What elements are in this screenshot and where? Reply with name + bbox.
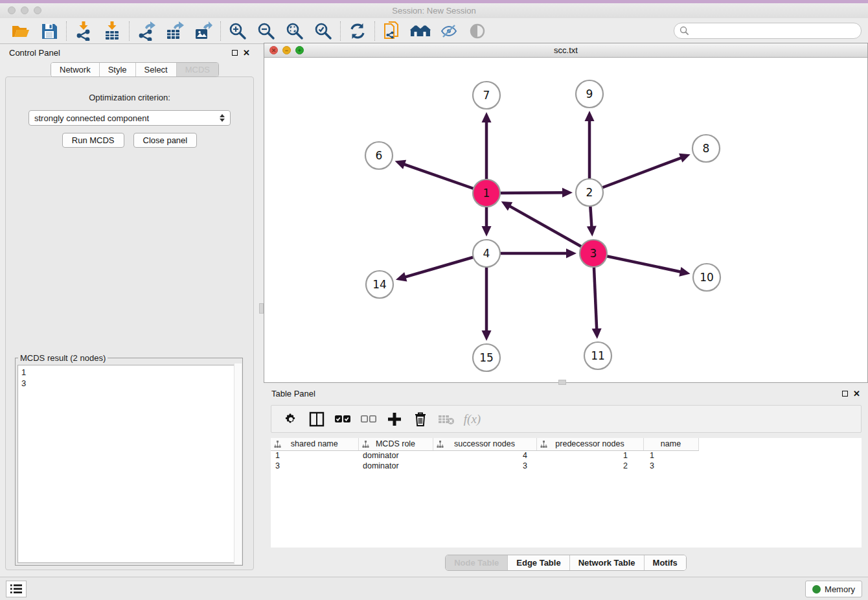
- column-header-name[interactable]: name: [643, 438, 698, 450]
- window-close-button[interactable]: [8, 6, 16, 14]
- mcds-panel: Optimization criterion: strongly connect…: [5, 76, 254, 570]
- zoom-in-icon[interactable]: [223, 19, 252, 43]
- close-panel-button[interactable]: Close panel: [133, 133, 198, 148]
- network-close-icon[interactable]: ✕: [269, 46, 278, 54]
- close-panel-icon[interactable]: ✕: [243, 49, 250, 57]
- graph-node-label: 9: [586, 87, 593, 100]
- deselect-all-icon[interactable]: [357, 408, 380, 430]
- function-builder-icon: f(x): [461, 408, 484, 430]
- table-cell[interactable]: 2: [536, 461, 643, 471]
- table-row[interactable]: 1dominator411: [271, 450, 862, 461]
- column-layout-icon[interactable]: [305, 408, 328, 430]
- table-cell[interactable]: dominator: [358, 461, 433, 471]
- task-history-button[interactable]: [6, 581, 27, 597]
- window-zoom-button[interactable]: [34, 6, 41, 14]
- table-cell[interactable]: 3: [433, 461, 536, 471]
- column-header-predecessor-nodes[interactable]: predecessor nodes: [536, 438, 643, 450]
- criterion-dropdown[interactable]: strongly connected component: [29, 110, 231, 126]
- network-canvas[interactable]: 7968124314101511: [264, 58, 867, 382]
- vertical-splitter[interactable]: [259, 44, 264, 577]
- graph-edge[interactable]: [508, 205, 593, 253]
- run-mcds-button[interactable]: Run MCDS: [62, 133, 124, 148]
- mcds-result-text[interactable]: 1 3: [17, 365, 240, 563]
- apply-layout-icon[interactable]: [343, 19, 372, 43]
- graph-edge-arrowhead: [395, 160, 407, 169]
- table-cell[interactable]: 1: [643, 450, 698, 461]
- chevron-updown-icon: [220, 114, 225, 122]
- delete-column-icon[interactable]: [409, 408, 432, 430]
- column-header-successor-nodes[interactable]: successor nodes: [433, 438, 536, 450]
- select-all-icon[interactable]: [331, 408, 354, 430]
- tab-style[interactable]: Style: [99, 63, 135, 76]
- memory-button[interactable]: Memory: [805, 581, 862, 597]
- table-cell[interactable]: 1: [271, 450, 358, 461]
- search-input[interactable]: [692, 26, 856, 36]
- network-maximize-icon[interactable]: +: [295, 46, 304, 54]
- toolbar-separator: [374, 21, 375, 41]
- export-image-icon[interactable]: [189, 19, 218, 43]
- graph-edge-arrowhead: [585, 111, 595, 121]
- tab-network-table[interactable]: Network Table: [569, 555, 644, 570]
- zoom-fit-icon[interactable]: [280, 19, 309, 43]
- graph-edge-arrowhead: [592, 329, 602, 339]
- zoom-selected-icon[interactable]: [309, 19, 337, 43]
- gear-icon[interactable]: [279, 408, 303, 430]
- float-panel-icon[interactable]: [232, 50, 238, 56]
- network-window-titlebar[interactable]: ✕ − + scc.txt: [264, 43, 867, 58]
- table-cell[interactable]: 3: [271, 461, 358, 471]
- table-cell-filler: [698, 461, 862, 471]
- export-table-icon[interactable]: [161, 19, 189, 43]
- mcds-result-title: MCDS result (2 nodes): [18, 353, 108, 363]
- window-controls[interactable]: [8, 6, 41, 14]
- result-scrollbar[interactable]: [234, 363, 242, 564]
- graph-edge-arrowhead: [562, 188, 573, 198]
- network-minimize-icon[interactable]: −: [282, 46, 291, 54]
- node-table[interactable]: shared nameMCDS rolesuccessor nodesprede…: [271, 438, 862, 548]
- table-cell[interactable]: dominator: [358, 450, 433, 461]
- graph-edge[interactable]: [589, 157, 683, 192]
- criterion-value: strongly connected component: [34, 113, 149, 123]
- zoom-out-icon[interactable]: [252, 19, 280, 43]
- graph-edge-arrowhead: [482, 330, 492, 341]
- table-cell[interactable]: 3: [643, 461, 698, 471]
- table-row[interactable]: 3dominator323: [271, 461, 862, 471]
- tab-edge-table[interactable]: Edge Table: [507, 555, 569, 570]
- open-session-icon[interactable]: [6, 19, 35, 43]
- toolbar-separator: [66, 21, 67, 41]
- node-table-body: 1dominator4113dominator323: [271, 450, 862, 471]
- import-network-icon[interactable]: [69, 19, 98, 43]
- show-panels-icon: [463, 19, 492, 43]
- graph-edge-arrowhead: [482, 112, 492, 122]
- tab-motifs[interactable]: Motifs: [644, 555, 686, 570]
- graph-node-label: 1: [483, 187, 490, 200]
- status-bar: Memory: [0, 577, 868, 600]
- window-minimize-button[interactable]: [21, 6, 29, 14]
- column-header-MCDS-role[interactable]: MCDS role: [358, 438, 433, 450]
- graph-edge-arrowhead: [587, 226, 597, 237]
- table-cell[interactable]: 1: [536, 450, 643, 461]
- tab-node-table[interactable]: Node Table: [446, 555, 507, 570]
- import-table-icon[interactable]: [98, 19, 126, 43]
- table-cell[interactable]: 4: [433, 450, 536, 461]
- search-icon: [680, 26, 689, 36]
- column-header-shared-name[interactable]: shared name: [271, 438, 358, 450]
- save-session-icon[interactable]: [35, 19, 63, 43]
- horizontal-splitter-handle[interactable]: [558, 380, 566, 385]
- table-toolbar: f(x): [271, 405, 862, 433]
- float-table-panel-icon[interactable]: [842, 391, 848, 397]
- search-box[interactable]: [674, 23, 862, 39]
- tab-network[interactable]: Network: [51, 63, 99, 76]
- close-table-panel-icon[interactable]: ✕: [853, 389, 860, 398]
- tab-select[interactable]: Select: [135, 63, 176, 76]
- control-panel-tabs: Network Style Select MCDS: [51, 62, 219, 77]
- home-icon[interactable]: [406, 19, 435, 43]
- list-icon: [10, 584, 22, 594]
- splitter-handle[interactable]: [259, 303, 264, 314]
- hide-panels-icon[interactable]: [435, 19, 463, 43]
- toolbar-separator: [129, 21, 130, 41]
- tab-mcds[interactable]: MCDS: [176, 63, 218, 76]
- add-column-icon[interactable]: [383, 408, 406, 430]
- export-network-icon[interactable]: [132, 19, 161, 43]
- new-network-icon[interactable]: [378, 19, 406, 43]
- table-tabs: Node Table Edge Table Network Table Moti…: [445, 555, 687, 571]
